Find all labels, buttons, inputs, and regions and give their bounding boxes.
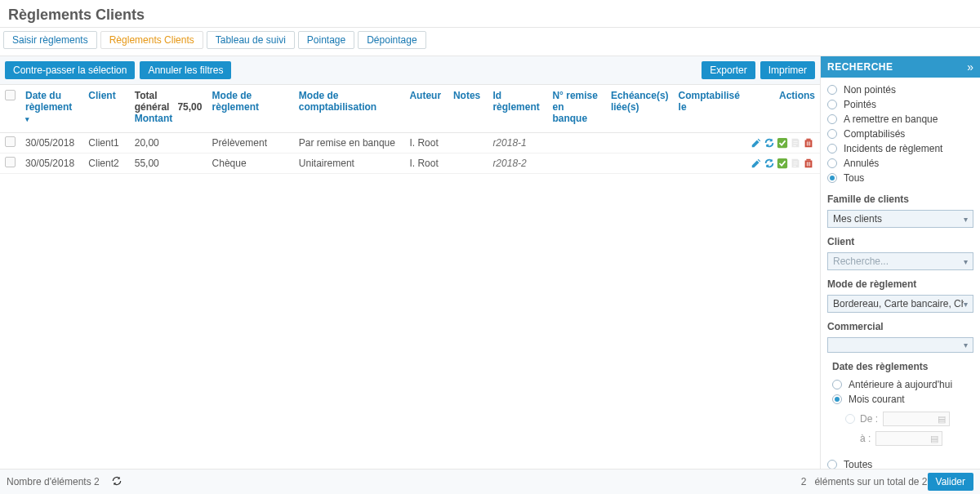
imprimer-button[interactable]: Imprimer <box>760 61 815 79</box>
famille-value: Mes clients <box>833 213 882 225</box>
cell-auteur: I. Root <box>404 133 448 154</box>
radio-date-label: Antérieure à aujourd'hui <box>849 379 952 390</box>
cell-remise <box>547 154 605 174</box>
status-count-label: Nombre d'éléments <box>7 476 91 487</box>
client-label: Client <box>827 236 973 247</box>
radio-status-label: A remettre en banque <box>844 113 938 125</box>
titlebar: Règlements Clients <box>0 0 980 28</box>
total-general-value: 75,00 <box>177 101 202 113</box>
status-bar: Nombre d'éléments 2 2 éléments sur un to… <box>0 469 980 494</box>
edit-icon[interactable] <box>751 158 762 169</box>
col-mode-compta[interactable]: Mode de comptabilisation <box>299 90 376 113</box>
tab-d-pointage[interactable]: Dépointage <box>358 31 425 49</box>
refresh-icon[interactable] <box>111 475 122 489</box>
col-actions: Actions <box>779 90 815 101</box>
radio-toutes[interactable] <box>827 460 837 469</box>
annuler-filtres-button[interactable]: Annuler les filtres <box>140 61 231 79</box>
col-total-general: Total général <box>135 90 170 113</box>
note-icon <box>790 158 801 169</box>
table-row: 30/05/2018Client120,00PrélèvementPar rem… <box>0 133 820 154</box>
col-client[interactable]: Client <box>88 90 115 101</box>
cell-auteur: I. Root <box>404 154 448 174</box>
radio-status-label: Tous <box>844 172 864 184</box>
collapse-panel-icon[interactable]: » <box>967 60 973 73</box>
tab-r-glements-clients[interactable]: Règlements Clients <box>100 31 203 49</box>
tab-saisir-r-glements[interactable]: Saisir règlements <box>3 31 97 49</box>
tab-tableau-de-suivi[interactable]: Tableau de suivi <box>207 31 295 49</box>
mode-label: Mode de règlement <box>827 278 973 290</box>
radio-status[interactable] <box>827 173 837 183</box>
radio-status-label: Annulés <box>844 158 879 169</box>
table-row: 30/05/2018Client255,00ChèqueUnitairement… <box>0 154 820 174</box>
tab-pointage[interactable]: Pointage <box>298 31 354 49</box>
edit-icon[interactable] <box>751 137 762 149</box>
status-count-value: 2 <box>94 476 100 487</box>
cell-mode-compta: Unitairement <box>294 154 405 174</box>
tabs: Saisir règlementsRèglements ClientsTable… <box>0 28 980 56</box>
date-de-input[interactable]: ▤ <box>883 412 950 426</box>
col-id-reglement[interactable]: Id règlement <box>492 90 539 113</box>
sort-desc-icon: ▾ <box>25 115 29 123</box>
valider-icon[interactable] <box>777 137 788 149</box>
commercial-select[interactable]: ▾ <box>827 337 973 353</box>
exporter-button[interactable]: Exporter <box>702 61 755 79</box>
radio-date[interactable] <box>832 380 842 389</box>
chevron-down-icon: ▾ <box>964 257 968 266</box>
cell-notes <box>448 154 488 174</box>
col-comptabilise[interactable]: Comptabilisé le <box>679 90 740 113</box>
cell-notes <box>448 133 488 154</box>
radio-status[interactable] <box>827 144 837 154</box>
radio-status-label: Non pointés <box>844 84 896 96</box>
date-a-input[interactable]: ▤ <box>875 431 942 446</box>
col-remise[interactable]: N° remise en banque <box>552 90 598 124</box>
date-label: Date des règlements <box>832 361 973 372</box>
col-auteur[interactable]: Auteur <box>409 90 441 101</box>
client-placeholder: Recherche... <box>833 256 889 267</box>
col-notes[interactable]: Notes <box>453 90 480 101</box>
svg-rect-3 <box>777 158 787 168</box>
cell-actions <box>745 154 820 174</box>
col-date[interactable]: Date du règlement <box>25 90 72 113</box>
col-echeances[interactable]: Echéance(s) liée(s) <box>611 90 669 113</box>
select-all-checkbox[interactable] <box>5 90 16 100</box>
calendar-icon: ▤ <box>938 414 946 425</box>
cell-remise <box>547 133 605 154</box>
delete-icon[interactable] <box>803 158 814 169</box>
svg-rect-2 <box>806 139 810 140</box>
cell-id-reglement: r2018-1 <box>488 133 547 154</box>
client-select[interactable]: Recherche... ▾ <box>827 252 973 270</box>
col-montant[interactable]: Montant <box>135 113 203 124</box>
cell-client: Client2 <box>83 154 129 174</box>
toutes-label: Toutes <box>844 459 872 469</box>
radio-date-label: Mois courant <box>849 394 905 405</box>
reglements-table: Date du règlement ▾ Client Total général… <box>0 85 820 174</box>
radio-status[interactable] <box>827 129 837 139</box>
contre-passer-icon[interactable] <box>764 158 775 169</box>
svg-rect-0 <box>777 138 787 148</box>
cell-date: 30/05/2018 <box>20 133 83 154</box>
radio-status-label: Incidents de règlement <box>844 143 942 154</box>
cell-echeances <box>606 154 674 174</box>
contre-passer-button[interactable]: Contre-passer la sélection <box>5 61 135 79</box>
valider-icon[interactable] <box>777 158 788 169</box>
mode-select[interactable]: Bordereau, Carte bancaire, Chèqu ▾ <box>827 295 973 313</box>
cell-echeances <box>606 133 674 154</box>
cell-id-reglement: r2018-2 <box>488 154 547 174</box>
radio-status[interactable] <box>827 100 837 109</box>
radio-status-label: Pointés <box>844 99 876 110</box>
status-middle-text: éléments sur un total de 2 <box>814 476 927 487</box>
row-checkbox[interactable] <box>5 157 16 167</box>
delete-icon[interactable] <box>803 137 814 149</box>
valider-button[interactable]: Valider <box>928 473 973 491</box>
cell-date: 30/05/2018 <box>20 154 83 174</box>
radio-status[interactable] <box>827 158 837 168</box>
radio-date[interactable] <box>832 394 842 404</box>
row-checkbox[interactable] <box>5 136 16 147</box>
radio-status[interactable] <box>827 85 837 95</box>
a-label: à : <box>860 433 871 444</box>
note-icon <box>790 137 801 149</box>
contre-passer-icon[interactable] <box>764 137 775 149</box>
col-mode-reglement[interactable]: Mode de règlement <box>212 90 259 113</box>
radio-status[interactable] <box>827 114 837 124</box>
famille-select[interactable]: Mes clients ▾ <box>827 210 973 228</box>
